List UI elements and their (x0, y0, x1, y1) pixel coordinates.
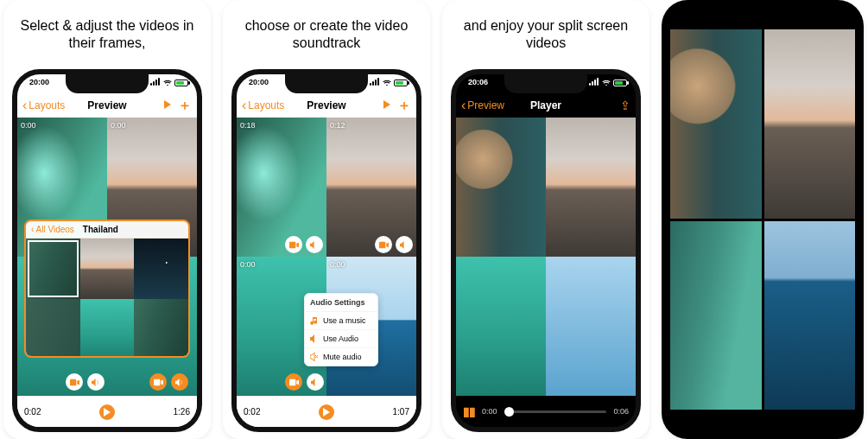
player-cell (546, 118, 636, 257)
signal-icon (370, 78, 380, 87)
sound-button[interactable] (306, 236, 323, 253)
camera-button[interactable] (285, 373, 302, 391)
player-slider-bar: ▮▮ 0:00 0:06 (456, 396, 636, 427)
status-time: 20:06 (468, 78, 488, 86)
output-cell (764, 221, 856, 410)
picker-thumb[interactable] (26, 239, 80, 299)
player-cell (456, 118, 546, 257)
caption-3: and enjoy your split screen videos (442, 0, 649, 69)
picker-thumb[interactable] (134, 239, 188, 299)
caption-2: choose or create the video soundtrack (223, 0, 430, 69)
camera-button[interactable] (149, 373, 167, 391)
status-indicators (150, 78, 188, 87)
current-time: 0:02 (244, 407, 260, 417)
video-cell-1[interactable]: 0:18 (237, 118, 326, 257)
picker-thumb[interactable] (80, 239, 135, 299)
status-bar: 20:00 (17, 78, 197, 90)
total-time: 1:26 (174, 407, 190, 417)
appstore-screenshot-3: and enjoy your split screen videos 20:06… (442, 0, 649, 439)
camera-button[interactable] (66, 373, 83, 391)
sound-button[interactable] (87, 373, 105, 391)
nav-bar: Preview Player ⇪ (456, 93, 636, 118)
nav-title: Preview (307, 99, 345, 111)
battery-icon (613, 80, 627, 86)
current-time: 0:02 (24, 407, 41, 417)
use-audio-item[interactable]: Use Audio (305, 329, 377, 347)
player-cell (456, 257, 546, 396)
add-button[interactable]: ＋ (178, 97, 192, 115)
back-layouts-button[interactable]: Layouts (242, 98, 284, 113)
cast-icon[interactable] (383, 97, 390, 115)
video-cell-2[interactable]: 0:12 (326, 118, 416, 257)
camera-button[interactable] (375, 236, 392, 253)
status-time: 20:00 (249, 78, 269, 86)
picker-thumb[interactable] (26, 299, 80, 358)
video-picker: ‹ All Videos Thailand (24, 220, 190, 358)
appstore-screenshot-1: Select & adjust the videos in their fram… (3, 0, 211, 439)
pause-button[interactable]: ▮▮ (463, 404, 475, 418)
bottom-bar: 0:02 1:26 (17, 396, 197, 427)
mute-audio-item[interactable]: Mute audio (305, 347, 377, 366)
wifi-icon (163, 80, 172, 86)
timecode: 0:00 (240, 260, 256, 269)
signal-icon (589, 78, 599, 87)
caption-1: Select & adjust the videos in their fram… (3, 0, 211, 69)
output-video-grid (670, 29, 855, 410)
add-button[interactable]: ＋ (397, 97, 411, 115)
signal-icon (150, 78, 161, 87)
back-preview-button[interactable]: Preview (461, 98, 504, 113)
output-cell (670, 221, 762, 410)
output-cell (764, 29, 856, 219)
sound-button[interactable] (396, 236, 413, 253)
audio-menu-title: Audio Settings (305, 294, 377, 311)
bottom-bar: 0:02 1:07 (237, 396, 416, 427)
appstore-screenshot-4 (662, 0, 864, 439)
picker-back-button[interactable]: ‹ All Videos (31, 225, 74, 234)
camera-button[interactable] (285, 236, 302, 253)
picker-thumb[interactable] (80, 299, 135, 358)
nav-bar: Layouts Preview ＋ (17, 93, 197, 118)
player-current-time: 0:00 (482, 407, 497, 416)
play-button[interactable] (319, 404, 334, 420)
wifi-icon (602, 80, 611, 86)
phone-frame-2: 20:00 Layouts Preview ＋ 0:18 (231, 69, 421, 432)
nav-title: Preview (87, 99, 126, 111)
use-music-item[interactable]: Use a music (305, 311, 377, 329)
play-button[interactable] (99, 404, 115, 420)
timecode: 0:18 (240, 121, 256, 130)
share-icon[interactable]: ⇪ (620, 99, 630, 112)
timecode: 0:00 (21, 121, 36, 130)
sound-button[interactable] (307, 373, 324, 391)
wifi-icon (383, 80, 391, 86)
back-layouts-button[interactable]: Layouts (22, 98, 65, 113)
sound-button[interactable] (171, 373, 188, 391)
total-time: 1:07 (393, 407, 409, 417)
battery-icon (174, 80, 188, 86)
timecode: 0:00 (330, 260, 345, 269)
status-bar: 20:06 (456, 78, 636, 90)
player-grid (456, 118, 636, 396)
appstore-screenshot-2: choose or create the video soundtrack 20… (223, 0, 430, 439)
player-cell (546, 257, 636, 396)
phone-frame-1: 20:00 Layouts Preview ＋ 0:00 (12, 69, 202, 432)
audio-settings-menu: Audio Settings Use a music Use Audio Mut… (304, 293, 378, 366)
picker-thumb[interactable] (134, 299, 188, 358)
cast-icon[interactable] (164, 97, 171, 115)
timecode: 0:00 (111, 121, 126, 130)
status-bar: 20:00 (237, 78, 416, 90)
battery-icon (394, 80, 408, 86)
status-time: 20:00 (29, 78, 49, 86)
player-total-time: 0:06 (613, 407, 629, 416)
picker-title: Thailand (83, 225, 118, 234)
preview-content: 0:00 0:00 0:02 1:26 (17, 118, 197, 427)
player-slider[interactable] (504, 410, 607, 413)
nav-bar: Layouts Preview ＋ (237, 93, 416, 118)
timecode: 0:12 (330, 121, 345, 130)
output-cell (670, 29, 762, 219)
phone-frame-3: 20:06 Preview Player ⇪ ▮▮ 0:00 (451, 69, 641, 432)
nav-title: Player (530, 99, 561, 111)
